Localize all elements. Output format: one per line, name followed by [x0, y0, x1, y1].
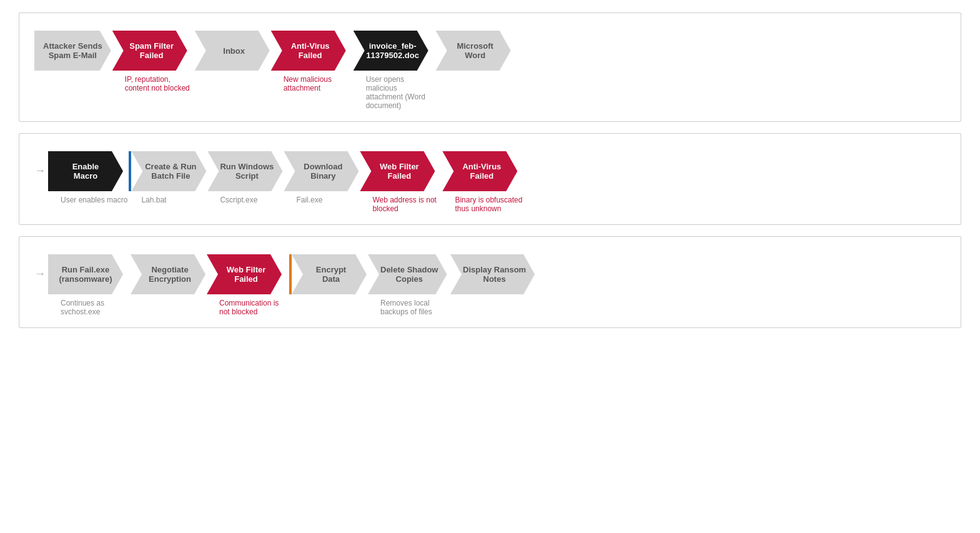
chevron-4: Web Filter Failed: [360, 151, 435, 191]
section-2-arrow-icon: →: [34, 165, 46, 176]
flow-item-3: Download BinaryFail.exe: [284, 151, 359, 204]
chevron-sublabel-5: Binary is obfuscated thus unknown: [442, 196, 523, 213]
chevron-sublabel-3: Fail.exe: [284, 196, 322, 204]
chevron-1: Negotiate Encryption: [131, 254, 205, 294]
chevron-sublabel-1: Lah.bat: [129, 196, 166, 204]
chevron-1: Create & Run Batch File: [131, 151, 206, 191]
flow-item-3: Anti-Virus FailedNew malicious attachmen…: [271, 31, 352, 92]
chevron-2: Web Filter Failed: [207, 254, 282, 294]
flow-item-0: Attacker Sends Spam E-Mail: [34, 31, 111, 71]
flow-item-2: Web Filter FailedCommunication is not bl…: [207, 254, 288, 316]
chevron-5: Anti-Virus Failed: [442, 151, 517, 191]
flow-item-2: Inbox: [195, 31, 270, 71]
section-2: → Enable MacroUser enables macroCreate &…: [19, 133, 961, 225]
chevron-sublabel-3: New malicious attachment: [271, 75, 352, 92]
flow-item-4: Web Filter FailedWeb address is not bloc…: [360, 151, 441, 213]
flow-item-5: Anti-Virus FailedBinary is obfuscated th…: [442, 151, 523, 213]
chevron-1: Spam Filter Failed: [112, 31, 187, 71]
chevron-sublabel-4: User opens malicious attachment (Word do…: [354, 75, 435, 110]
chevron-5: Display Ransom Notes: [450, 254, 535, 294]
flow-item-1: Negotiate Encryption: [131, 254, 205, 294]
section-2-leading-arrow: →: [34, 151, 48, 176]
flow-item-4: invoice_feb- 11379502.docUser opens mali…: [354, 31, 435, 110]
section-3-leading-arrow: →: [34, 254, 48, 279]
section-1-row: Attacker Sends Spam E-MailSpam Filter Fa…: [34, 31, 946, 110]
flow-item-0: Enable MacroUser enables macro: [48, 151, 127, 204]
chevron-5: Microsoft Word: [436, 31, 511, 71]
section-3-row-wrapper: → Run Fail.exe (ransomware)Continues as …: [34, 254, 946, 316]
chevron-0: Enable Macro: [48, 151, 123, 191]
flow-item-4: Delete Shadow CopiesRemoves local backup…: [368, 254, 449, 316]
section-2-row: Enable MacroUser enables macroCreate & R…: [48, 151, 525, 213]
chevron-sublabel-2: Cscript.exe: [207, 196, 257, 204]
chevron-2: Run Windows Script: [207, 151, 282, 191]
flow-item-1: Create & Run Batch FileLah.bat: [129, 151, 206, 204]
chevron-sublabel-1: IP, reputation, content not blocked: [112, 75, 194, 92]
chevron-0: Attacker Sends Spam E-Mail: [34, 31, 111, 71]
flow-item-5: Microsoft Word: [436, 31, 511, 71]
chevron-sublabel-0: Continues as svchost.exe: [48, 299, 129, 316]
chevron-2: Inbox: [195, 31, 270, 71]
flow-item-0: Run Fail.exe (ransomware)Continues as sv…: [48, 254, 129, 316]
flow-item-2: Run Windows ScriptCscript.exe: [207, 151, 282, 204]
orange-bar-3: [289, 254, 292, 294]
chevron-sublabel-0: User enables macro: [48, 196, 127, 204]
blue-bar-1: [129, 151, 131, 191]
flow-item-5: Display Ransom Notes: [450, 254, 535, 294]
section-3-row: Run Fail.exe (ransomware)Continues as sv…: [48, 254, 536, 316]
chevron-sublabel-4: Web address is not blocked: [360, 196, 441, 213]
chevron-4: Delete Shadow Copies: [368, 254, 447, 294]
section-1: Attacker Sends Spam E-MailSpam Filter Fa…: [19, 12, 961, 122]
chevron-3: Anti-Virus Failed: [271, 31, 346, 71]
diagram-container: Attacker Sends Spam E-MailSpam Filter Fa…: [19, 12, 961, 328]
chevron-sublabel-4: Removes local backups of files: [368, 299, 449, 316]
section-3: → Run Fail.exe (ransomware)Continues as …: [19, 236, 961, 328]
section-3-arrow-icon: →: [34, 268, 46, 279]
flow-item-1: Spam Filter FailedIP, reputation, conten…: [112, 31, 194, 92]
section-2-row-wrapper: → Enable MacroUser enables macroCreate &…: [34, 151, 946, 213]
chevron-4: invoice_feb- 11379502.doc: [354, 31, 428, 71]
chevron-sublabel-2: Communication is not blocked: [207, 299, 288, 316]
chevron-3: Encrypt Data: [292, 254, 367, 294]
chevron-0: Run Fail.exe (ransomware): [48, 254, 123, 294]
chevron-3: Download Binary: [284, 151, 359, 191]
flow-item-3: Encrypt Data: [289, 254, 367, 294]
